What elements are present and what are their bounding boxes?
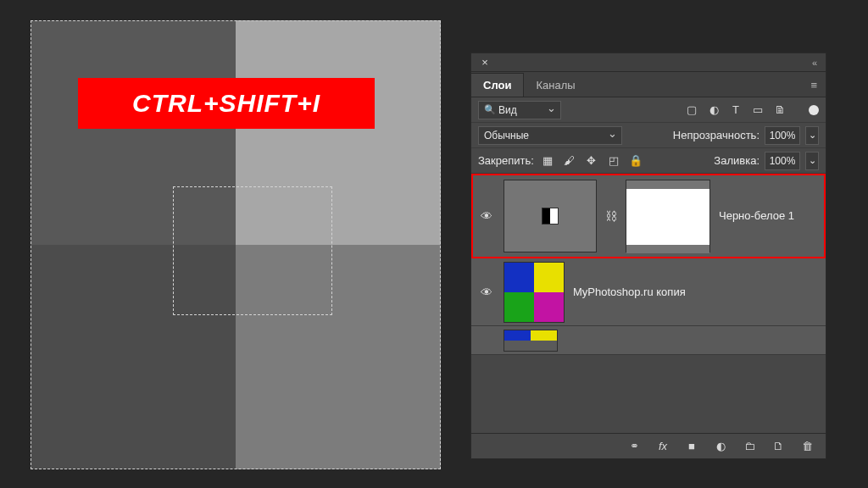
layer-filter-row: 🔍 Вид ▢ ◐ T ▭ 🗎 xyxy=(471,97,826,123)
layer-thumbnail[interactable] xyxy=(504,330,558,352)
opacity-value[interactable]: 100% xyxy=(765,126,800,145)
tab-channels[interactable]: Каналы xyxy=(524,74,587,97)
filter-adjust-icon[interactable]: ◐ xyxy=(705,102,722,119)
lock-all-icon[interactable]: 🔒 xyxy=(627,152,644,169)
layer-row-bitmap[interactable]: 👁 MyPhotoshop.ru копия xyxy=(471,258,826,326)
link-layers-icon[interactable]: ⚭ xyxy=(626,438,643,455)
new-adjustment-icon[interactable]: ◐ xyxy=(712,438,729,455)
new-layer-icon[interactable]: 🗋 xyxy=(770,438,787,455)
fill-value[interactable]: 100% xyxy=(765,152,800,170)
close-icon[interactable]: × xyxy=(476,54,493,71)
canvas-quadrant xyxy=(31,20,236,245)
lock-row: Закрепить: ▦ 🖌 ✥ ◰ 🔒 Заливка: 100% ⌄ xyxy=(471,148,826,174)
filter-text-icon[interactable]: T xyxy=(727,102,744,119)
panel-tabs: Слои Каналы ≡ xyxy=(471,72,826,97)
filter-toggle-icon[interactable] xyxy=(809,105,819,115)
canvas-quadrant xyxy=(236,20,441,245)
fill-label: Заливка: xyxy=(714,154,760,167)
canvas-quadrant xyxy=(31,245,236,469)
layers-actions: ⚭ fx ■ ◐ 🗀 🗋 🗑 xyxy=(471,433,826,458)
visibility-eye-icon[interactable]: 👁 xyxy=(478,209,495,223)
opacity-chevron-icon[interactable]: ⌄ xyxy=(805,126,819,145)
layer-row-partial[interactable] xyxy=(471,326,826,355)
panel-menu-icon[interactable]: ≡ xyxy=(802,74,826,97)
filter-shape-icon[interactable]: ▭ xyxy=(749,102,766,119)
collapse-icon[interactable]: « xyxy=(809,58,821,68)
layer-name[interactable]: MyPhotoshop.ru копия xyxy=(573,286,819,298)
canvas-quadrant xyxy=(236,245,441,469)
tab-layers[interactable]: Слои xyxy=(471,73,524,97)
layer-row-bw-adjustment[interactable]: 👁 ⛓ Черно-белое 1 xyxy=(471,174,826,258)
layers-panel: × « Слои Каналы ≡ 🔍 Вид ▢ ◐ T ▭ 🗎 Обычны… xyxy=(470,53,826,459)
blend-mode-value: Обычные xyxy=(484,130,529,141)
new-group-icon[interactable]: 🗀 xyxy=(741,438,758,455)
lock-transparent-icon[interactable]: ▦ xyxy=(539,152,556,169)
lock-move-icon[interactable]: ✥ xyxy=(583,152,600,169)
filter-kind-select[interactable]: 🔍 Вид xyxy=(478,101,561,119)
layer-fx-icon[interactable]: fx xyxy=(654,438,671,455)
blend-mode-select[interactable]: Обычные xyxy=(478,126,622,145)
lock-label: Закрепить: xyxy=(478,154,534,167)
shortcut-banner: CTRL+SHIFT+I xyxy=(78,78,375,129)
adjustment-thumbnail[interactable] xyxy=(504,180,597,252)
filter-smart-icon[interactable]: 🗎 xyxy=(771,102,788,119)
filter-image-icon[interactable]: ▢ xyxy=(683,102,700,119)
blend-row: Обычные Непрозрачность: 100% ⌄ xyxy=(471,123,826,148)
layer-name[interactable]: Черно-белое 1 xyxy=(719,209,819,222)
document-canvas[interactable]: CTRL+SHIFT+I xyxy=(31,20,441,469)
lock-crop-icon[interactable]: ◰ xyxy=(605,152,622,169)
opacity-label: Непрозрачность: xyxy=(673,129,760,141)
layers-list: 👁 ⛓ Черно-белое 1 👁 MyPh xyxy=(471,174,826,433)
delete-layer-icon[interactable]: 🗑 xyxy=(798,438,815,455)
filter-kind-label: Вид xyxy=(498,104,517,116)
fill-chevron-icon[interactable]: ⌄ xyxy=(805,152,819,170)
lock-brush-icon[interactable]: 🖌 xyxy=(561,152,578,169)
add-mask-icon[interactable]: ■ xyxy=(683,438,700,455)
search-icon: 🔍 xyxy=(484,104,496,115)
visibility-eye-icon[interactable]: 👁 xyxy=(478,286,495,299)
layer-mask-thumbnail[interactable] xyxy=(626,180,710,252)
layer-thumbnail[interactable] xyxy=(504,262,565,323)
link-icon[interactable]: ⛓ xyxy=(605,209,617,223)
